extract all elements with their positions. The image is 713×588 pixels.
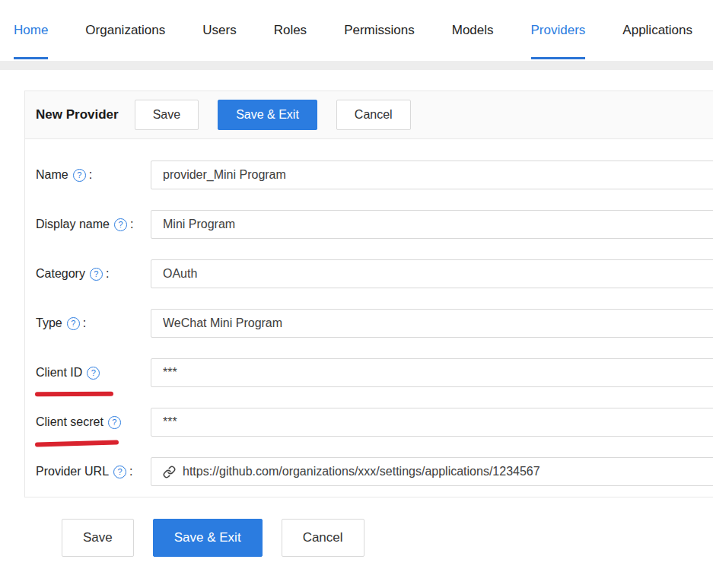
- provider-url-label: Provider URL ? :: [36, 465, 151, 478]
- footer-actions: Save Save & Exit Cancel: [62, 519, 713, 557]
- help-icon[interactable]: ?: [90, 268, 103, 281]
- tab-users[interactable]: Users: [202, 0, 236, 61]
- card-header: New Provider Save Save & Exit Cancel: [25, 91, 713, 139]
- save-exit-button-top[interactable]: Save & Exit: [218, 100, 317, 130]
- form-row-category: Category ? :: [36, 259, 713, 288]
- name-label: Name ? :: [36, 168, 151, 182]
- form-row-client-secret: Client secret ?: [36, 408, 713, 437]
- tab-models[interactable]: Models: [452, 0, 494, 61]
- client-secret-field[interactable]: [151, 408, 713, 437]
- client-id-field[interactable]: [151, 358, 713, 387]
- nav-divider-band: [0, 61, 713, 70]
- display-name-label: Display name ? :: [36, 218, 151, 231]
- help-icon[interactable]: ?: [113, 466, 126, 478]
- tab-home[interactable]: Home: [14, 0, 48, 61]
- tab-applications[interactable]: Applications: [622, 0, 692, 61]
- help-icon[interactable]: ?: [87, 367, 100, 380]
- type-select[interactable]: [151, 309, 713, 338]
- type-label: Type ? :: [36, 316, 151, 330]
- form-row-name: Name ? :: [36, 161, 713, 189]
- red-underline-annotation: [35, 392, 113, 397]
- form-row-display-name: Display name ? :: [36, 210, 713, 239]
- save-button-top[interactable]: Save: [135, 100, 199, 130]
- client-id-label: Client ID ?: [36, 366, 151, 380]
- name-field[interactable]: [151, 161, 713, 189]
- help-icon[interactable]: ?: [114, 218, 127, 231]
- client-secret-label: Client secret ?: [36, 415, 151, 429]
- form-row-type: Type ? :: [36, 309, 713, 338]
- help-icon[interactable]: ?: [67, 317, 80, 330]
- red-underline-annotation: [35, 440, 119, 447]
- tab-organizations[interactable]: Organizations: [85, 0, 165, 61]
- save-button-bottom[interactable]: Save: [62, 519, 134, 557]
- form-row-client-id: Client ID ?: [36, 358, 713, 387]
- new-provider-card: New Provider Save Save & Exit Cancel Nam…: [24, 91, 713, 497]
- form-row-provider-url: Provider URL ? : https://github.com/orga…: [36, 457, 713, 486]
- category-label: Category ? :: [36, 267, 151, 281]
- tab-roles[interactable]: Roles: [274, 0, 307, 61]
- help-icon[interactable]: ?: [73, 169, 86, 182]
- help-icon[interactable]: ?: [108, 416, 121, 429]
- link-icon: [163, 466, 176, 478]
- display-name-field[interactable]: [151, 210, 713, 239]
- provider-form: Name ? : Display name ? : Category ? :: [25, 139, 713, 497]
- provider-url-value: https://github.com/organizations/xxx/set…: [183, 465, 540, 478]
- save-exit-button-bottom[interactable]: Save & Exit: [153, 519, 263, 557]
- page-title: New Provider: [36, 107, 119, 122]
- tab-permissions[interactable]: Permissions: [344, 0, 415, 61]
- cancel-button-top[interactable]: Cancel: [336, 100, 411, 130]
- provider-url-field[interactable]: https://github.com/organizations/xxx/set…: [151, 457, 713, 486]
- top-nav: Home Organizations Users Roles Permissio…: [0, 0, 713, 61]
- cancel-button-bottom[interactable]: Cancel: [282, 519, 364, 557]
- category-select[interactable]: [151, 259, 713, 288]
- tab-providers[interactable]: Providers: [531, 0, 586, 61]
